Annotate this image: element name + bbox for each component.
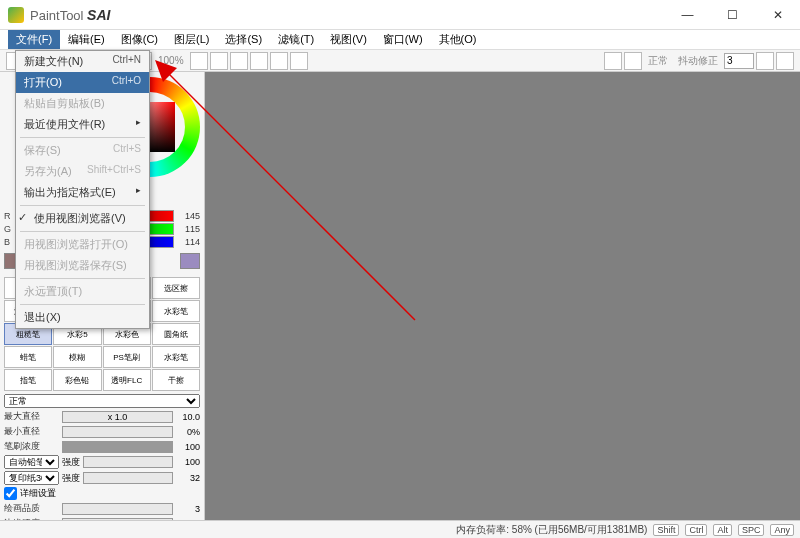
tool-flc[interactable]: 透明FLC [103,369,151,391]
tool-water2[interactable]: 水彩笔 [152,346,200,368]
minsize-label: 最小直径 [4,425,59,438]
tool-button[interactable] [210,52,228,70]
shake-label: 抖动修正 [674,54,722,68]
kbd-ctrl: Ctrl [685,524,707,536]
paper-select[interactable]: 复印纸300 [4,471,59,485]
app-title: PaintTool SAI [30,7,110,23]
tool-dry[interactable]: 干擦 [152,369,200,391]
close-button[interactable]: ✕ [755,0,800,30]
edge-slider[interactable] [62,518,173,521]
menu-paste-clipboard[interactable]: 粘贴自剪贴板(B) [16,93,149,114]
menu-layer[interactable]: 图层(L) [166,30,217,49]
tool-button[interactable] [190,52,208,70]
auto-str-label: 强度 [62,456,80,469]
paper-val: 32 [176,473,200,483]
menu-saveas[interactable]: 另存为(A)Shift+Ctrl+S [16,161,149,182]
window-titlebar: PaintTool SAI — ☐ ✕ [0,0,800,30]
auto-slider[interactable] [83,456,173,468]
status-bar: 内存负荷率: 58% (已用56MB/可用1381MB) Shift Ctrl … [0,520,800,538]
paper-slider[interactable] [83,472,173,484]
tool-roundp[interactable]: 圆角纸 [152,323,200,345]
auto-select[interactable]: 自动铅笔 [4,455,59,469]
menu-image[interactable]: 图像(C) [113,30,166,49]
menu-filter[interactable]: 滤镜(T) [270,30,322,49]
canvas-area[interactable] [205,72,800,520]
recent-swatch[interactable] [180,253,200,269]
tool-button[interactable] [290,52,308,70]
menu-other[interactable]: 其他(O) [431,30,485,49]
tool-button[interactable] [624,52,642,70]
kbd-any: Any [770,524,794,536]
tool-finger[interactable]: 指笔 [4,369,52,391]
kbd-shift: Shift [653,524,679,536]
menu-file[interactable]: 文件(F) [8,30,60,49]
menu-save-viewer[interactable]: 用视图浏览器保存(S) [16,255,149,276]
menu-edit[interactable]: 编辑(E) [60,30,113,49]
menu-use-viewer[interactable]: ✓使用视图浏览器(V) [16,208,149,229]
tool-water[interactable]: 水彩笔 [152,300,200,322]
menu-save[interactable]: 保存(S)Ctrl+S [16,140,149,161]
tool-button[interactable] [250,52,268,70]
tool-button[interactable] [756,52,774,70]
density-val: 100 [176,442,200,452]
density-slider[interactable] [62,441,173,453]
tool-button[interactable] [270,52,288,70]
detail-label: 详细设置 [20,487,56,500]
menu-exit[interactable]: 退出(X) [16,307,149,328]
menu-open-viewer[interactable]: 用视图浏览器打开(O) [16,234,149,255]
zoom-label: 100% [154,55,188,66]
maximize-button[interactable]: ☐ [710,0,755,30]
tool-crayon[interactable]: 蜡笔 [4,346,52,368]
maxsize-label: 最大直径 [4,410,59,423]
file-dropdown: 新建文件(N)Ctrl+N 打开(O)Ctrl+O 粘贴自剪贴板(B) 最近使用… [15,50,150,329]
menu-export[interactable]: 输出为指定格式(E)▸ [16,182,149,203]
edge-val: 0 [176,519,200,521]
quality-slider[interactable] [62,503,173,515]
density-label: 笔刷浓度 [4,440,59,453]
blend-mode[interactable]: 正常 [4,394,200,408]
menu-new-file[interactable]: 新建文件(N)Ctrl+N [16,51,149,72]
menu-bar: 文件(F) 编辑(E) 图像(C) 图层(L) 选择(S) 滤镜(T) 视图(V… [0,30,800,50]
tool-colorpencil[interactable]: 彩色铅 [53,369,101,391]
tool-button[interactable] [230,52,248,70]
memory-status: 内存负荷率: 58% (已用56MB/可用1381MB) [456,523,647,537]
b-value: 114 [176,237,200,247]
tool-button[interactable] [776,52,794,70]
menu-recent[interactable]: 最近使用文件(R)▸ [16,114,149,135]
detail-check[interactable] [4,487,17,500]
shake-input[interactable] [724,53,754,69]
menu-view[interactable]: 视图(V) [322,30,375,49]
menu-open-file[interactable]: 打开(O)Ctrl+O [16,72,149,93]
r-value: 145 [176,211,200,221]
maxsize-bar[interactable]: x 1.0 [62,411,173,423]
kbd-alt: Alt [713,524,732,536]
tool-button[interactable] [604,52,622,70]
menu-select[interactable]: 选择(S) [217,30,270,49]
minsize-slider[interactable] [62,426,173,438]
menu-window[interactable]: 窗口(W) [375,30,431,49]
app-logo [8,7,24,23]
tool-psbrush[interactable]: PS笔刷 [103,346,151,368]
auto-val: 100 [176,457,200,467]
edge-label: 边缘硬度 [4,517,59,520]
minsize-val: 0% [176,427,200,437]
menu-always-top[interactable]: 永远置顶(T) [16,281,149,302]
tool-selerase[interactable]: 选区擦 [152,277,200,299]
quality-val: 3 [176,504,200,514]
paper-str-label: 强度 [62,472,80,485]
tool-blur[interactable]: 模糊 [53,346,101,368]
kbd-spc: SPC [738,524,765,536]
quality-label: 绘画品质 [4,502,59,515]
blend-label: 正常 [644,54,672,68]
minimize-button[interactable]: — [665,0,710,30]
maxsize-val: 10.0 [176,412,200,422]
g-value: 115 [176,224,200,234]
